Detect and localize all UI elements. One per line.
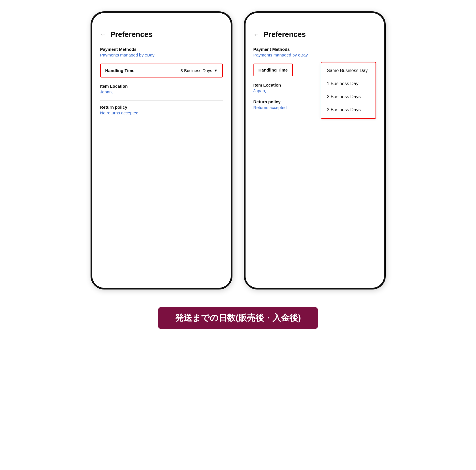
handling-time-row-left[interactable]: Handling Time 3 Business Days ▼ [100, 64, 223, 77]
item-location-section-left: Item Location Japan, [100, 84, 223, 94]
handling-time-label-right[interactable]: Handling Time [253, 64, 293, 76]
payment-methods-value-right[interactable]: Payments managed by eBay [253, 53, 376, 57]
return-policy-label-left: Return policy [100, 105, 223, 110]
dropdown-item-1-day[interactable]: 1 Business Day [321, 77, 376, 90]
header-row-left: ← Preferences [100, 30, 223, 39]
phone-right-screen: ← Preferences Payment Methods Payments m… [246, 13, 384, 288]
payment-methods-label-right: Payment Methods [253, 47, 376, 52]
phone-right: ← Preferences Payment Methods Payments m… [244, 11, 386, 289]
handling-time-dropdown: Same Business Day 1 Business Day 2 Busin… [321, 62, 376, 119]
dropdown-item-same-day[interactable]: Same Business Day [321, 64, 376, 77]
item-location-label-left: Item Location [100, 84, 223, 89]
handling-time-label-left: Handling Time [105, 68, 135, 73]
back-button-right[interactable]: ← [253, 31, 260, 38]
return-policy-section-left: Return policy No returns accepted [100, 105, 223, 115]
phones-row: ← Preferences Payment Methods Payments m… [0, 0, 476, 289]
item-location-value-left[interactable]: Japan, [100, 89, 223, 94]
header-row-right: ← Preferences [253, 30, 376, 39]
payment-methods-value-left[interactable]: Payments managed by eBay [100, 53, 223, 57]
divider-left [100, 100, 223, 101]
dropdown-arrow-left: ▼ [214, 68, 218, 73]
payment-methods-section-right: Payment Methods Payments managed by eBay [253, 47, 376, 57]
dropdown-item-2-days[interactable]: 2 Business Days [321, 90, 376, 103]
payment-methods-section-left: Payment Methods Payments managed by eBay [100, 47, 223, 57]
annotation-text: 発送までの日数(販売後・入金後) [175, 313, 301, 322]
dropdown-item-3-days[interactable]: 3 Business Days [321, 103, 376, 116]
return-policy-value-left[interactable]: No returns accepted [100, 110, 223, 115]
annotation-banner: 発送までの日数(販売後・入金後) [158, 307, 318, 329]
phone-left: ← Preferences Payment Methods Payments m… [91, 11, 232, 289]
page-title-right: Preferences [264, 30, 306, 39]
banner-row: 発送までの日数(販売後・入金後) [0, 298, 476, 329]
back-button-left[interactable]: ← [100, 31, 106, 38]
handling-time-dropdown-area: Handling Time Item Location Japan, Retur… [253, 64, 376, 110]
phone-left-screen: ← Preferences Payment Methods Payments m… [92, 13, 231, 288]
page-title-left: Preferences [110, 30, 153, 39]
payment-methods-label-left: Payment Methods [100, 47, 223, 52]
handling-time-value-left: 3 Business Days ▼ [181, 68, 218, 73]
